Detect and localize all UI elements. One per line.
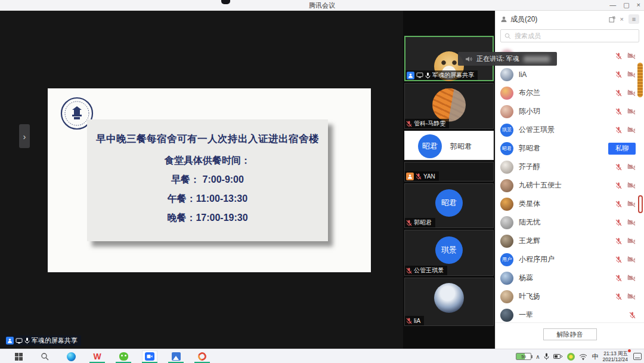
start-button[interactable] xyxy=(11,350,26,362)
security-tray-icon[interactable] xyxy=(567,353,575,361)
video-tile[interactable]: 昭君 郭昭君 xyxy=(404,183,494,228)
member-row[interactable]: 一辈 xyxy=(496,306,644,322)
mic-muted-icon[interactable] xyxy=(615,201,622,208)
mic-muted-icon[interactable] xyxy=(615,127,622,134)
member-row[interactable]: 用户 小程序用户 xyxy=(496,250,644,269)
mic-muted-icon[interactable] xyxy=(615,256,622,263)
scrollbar-thumb-orange[interactable] xyxy=(637,63,643,97)
member-row[interactable]: 杨蕊 xyxy=(496,269,644,287)
camera-muted-icon[interactable] xyxy=(627,108,636,115)
screen-share-icon xyxy=(16,338,23,344)
power-tray-icon[interactable] xyxy=(553,353,563,359)
tile-name: 军魂的屏幕共享 xyxy=(432,71,474,79)
member-name: 芥子醇 xyxy=(519,162,540,172)
member-name: 陆无忧 xyxy=(519,217,540,227)
member-name: liA xyxy=(519,70,527,79)
mic-muted-icon[interactable] xyxy=(615,219,622,226)
screen-share-badge: 军魂的屏幕共享 xyxy=(5,336,81,346)
ime-indicator[interactable]: 中 xyxy=(592,352,598,361)
member-name: 公管王琪景 xyxy=(519,125,555,135)
camera-muted-icon[interactable] xyxy=(627,53,636,59)
camera-muted-icon[interactable] xyxy=(627,182,636,189)
member-name: 类星体 xyxy=(519,199,540,209)
camera-muted-icon[interactable] xyxy=(627,256,636,263)
close-panel-icon[interactable]: × xyxy=(620,16,624,23)
camera-muted-icon[interactable] xyxy=(627,293,636,300)
camera-notch xyxy=(221,0,230,4)
camera-muted-icon[interactable] xyxy=(627,164,636,170)
speaking-indicator-tooltip: 正在讲话: 军魂 xyxy=(458,52,557,66)
member-avatar xyxy=(500,216,513,229)
microphone-tray-icon[interactable] xyxy=(544,353,549,360)
wechat-icon[interactable] xyxy=(116,350,131,362)
camera-muted-icon[interactable] xyxy=(627,238,636,244)
member-row[interactable]: 昭君 郭昭君 私聊 xyxy=(496,139,644,158)
search-icon[interactable] xyxy=(37,350,52,362)
maximize-button[interactable]: ▢ xyxy=(623,1,629,10)
video-tile-collapsed[interactable]: YAN xyxy=(404,162,494,182)
video-tile-light[interactable]: 昭君 郭昭君 xyxy=(404,131,494,160)
camera-muted-icon[interactable] xyxy=(627,90,636,96)
video-tile[interactable]: 琪景 公管王琪景 xyxy=(404,230,494,276)
mic-muted-icon[interactable] xyxy=(615,90,622,97)
member-row[interactable]: 叶飞扬 xyxy=(496,287,644,306)
member-badge-icon xyxy=(406,173,414,180)
mic-muted-icon[interactable] xyxy=(615,53,622,60)
camera-muted-icon[interactable] xyxy=(627,201,636,207)
hidden-icons-chevron[interactable]: ∧ xyxy=(535,353,540,360)
mic-muted-icon[interactable] xyxy=(615,71,622,78)
member-name: 布尔兰 xyxy=(519,88,540,98)
network-icon[interactable] xyxy=(579,353,587,360)
popout-icon[interactable] xyxy=(609,16,615,23)
member-name: 王龙辉 xyxy=(519,236,540,246)
member-row[interactable]: 陈小玥 xyxy=(496,102,644,121)
mic-muted-icon[interactable] xyxy=(615,293,622,300)
meal-dinner: 晚餐：17:00-19:30 xyxy=(87,212,328,224)
member-row[interactable]: 芥子醇 xyxy=(496,158,644,176)
panel-menu-icon[interactable]: ≡ xyxy=(628,14,639,24)
tencent-meeting-icon[interactable] xyxy=(142,350,157,362)
camera-muted-icon[interactable] xyxy=(627,275,636,281)
host-icon xyxy=(6,337,14,344)
member-row[interactable]: 九磅十五便士 xyxy=(496,176,644,195)
notice-headline: 早中晚三餐每宿舍可有一人次持出入证进出宿舍楼 xyxy=(87,133,328,146)
wps-icon[interactable]: W xyxy=(89,350,105,362)
mic-muted-icon[interactable] xyxy=(615,164,622,171)
scrollbar-thumb-red[interactable] xyxy=(638,195,643,213)
edge-icon[interactable] xyxy=(63,350,79,362)
taskbar: W 59 ∧ 中 21:13 周五 2021/12/24 xyxy=(0,349,644,363)
expand-panel-button[interactable]: › xyxy=(19,124,30,148)
photos-icon[interactable] xyxy=(168,350,184,362)
mic-muted-icon[interactable] xyxy=(615,182,622,189)
search-input[interactable] xyxy=(513,32,635,40)
tile-name: liA xyxy=(414,318,420,324)
mic-muted-icon[interactable] xyxy=(615,238,622,245)
mic-muted-icon[interactable] xyxy=(615,275,622,282)
action-center-icon[interactable] xyxy=(633,353,642,360)
tile-name: 管科-马静雯 xyxy=(414,119,445,128)
battery-indicator[interactable]: 59 xyxy=(516,353,531,360)
notice-subtitle: 食堂具体供餐时间： xyxy=(87,155,328,167)
camera-muted-icon[interactable] xyxy=(627,127,636,133)
member-row[interactable]: 类星体 xyxy=(496,195,644,213)
minimize-button[interactable]: — xyxy=(609,1,616,10)
mic-muted-icon[interactable] xyxy=(629,312,636,319)
member-name: 九磅十五便士 xyxy=(519,180,562,190)
member-row[interactable]: 布尔兰 xyxy=(496,84,644,102)
member-row[interactable]: 王龙辉 xyxy=(496,232,644,250)
unmute-button[interactable]: 解除静音 xyxy=(543,328,597,340)
camera-muted-icon[interactable] xyxy=(627,71,636,78)
member-search-box[interactable] xyxy=(500,29,639,42)
camera-muted-icon[interactable] xyxy=(627,219,636,226)
video-tile[interactable]: liA xyxy=(404,278,494,326)
avatar-initials: 昭君 xyxy=(435,189,463,217)
member-row[interactable]: 琪景 公管王琪景 xyxy=(496,121,644,139)
mic-muted-icon[interactable] xyxy=(615,108,622,115)
close-button[interactable]: × xyxy=(637,1,640,10)
member-row[interactable]: liA xyxy=(496,65,644,84)
member-row[interactable]: 陆无忧 xyxy=(496,213,644,232)
clock[interactable]: 21:13 周五 2021/12/24 xyxy=(602,350,629,362)
red-app-icon[interactable] xyxy=(194,350,210,362)
private-chat-button[interactable]: 私聊 xyxy=(608,143,636,155)
video-tile[interactable]: 管科-马静雯 xyxy=(404,83,494,129)
